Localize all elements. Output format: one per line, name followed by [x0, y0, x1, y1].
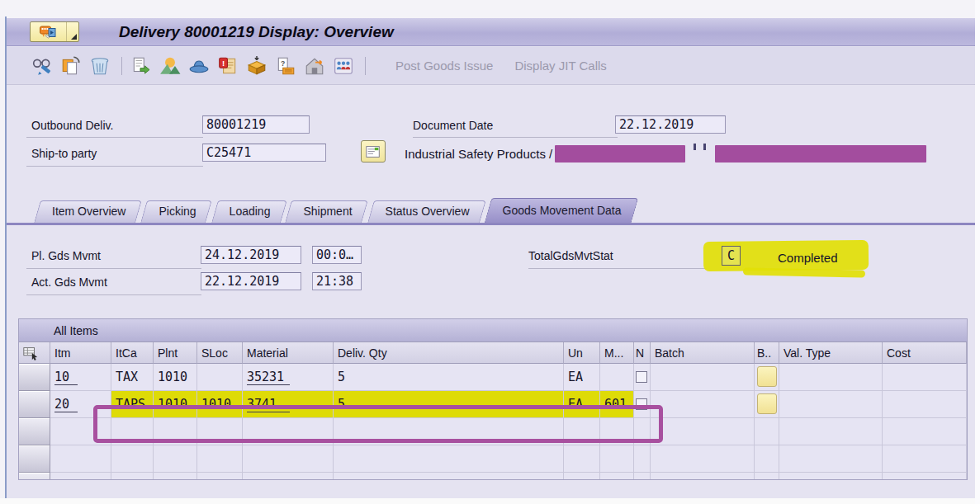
- col-header-n[interactable]: N: [634, 342, 651, 364]
- cell-itca[interactable]: TAX: [111, 364, 154, 391]
- col-header-sloc[interactable]: SLoc: [197, 342, 243, 364]
- tab-item-overview[interactable]: Item Overview: [37, 200, 139, 223]
- cell-material[interactable]: 3741: [243, 391, 334, 418]
- document-flow-icon[interactable]: ?: [275, 55, 296, 77]
- cell-plnt[interactable]: 1010: [154, 391, 197, 418]
- col-header-cost[interactable]: Cost: [883, 342, 967, 364]
- col-header-val-type[interactable]: Val. Type: [779, 342, 883, 364]
- batch-split-button[interactable]: [757, 366, 777, 387]
- row-selector-button[interactable]: [19, 418, 50, 445]
- col-header-itm[interactable]: Itm: [50, 342, 111, 364]
- cell-plnt[interactable]: 1010: [154, 364, 197, 391]
- field-separator: [26, 166, 203, 167]
- partners-icon[interactable]: [333, 55, 354, 77]
- text-note-icon: [365, 144, 381, 159]
- table-row-item-10: 10 TAX 1010 35231 5 EA: [19, 364, 967, 391]
- planned-date-field[interactable]: 24.12.2019: [201, 246, 301, 264]
- packing-icon[interactable]: [246, 55, 267, 77]
- tabstrip: Item Overview Picking Loading Shipment S…: [7, 196, 975, 225]
- window-right-strip: [975, 0, 980, 504]
- row-selector-button[interactable]: [19, 473, 50, 480]
- subsequent-functions-icon[interactable]: [130, 55, 152, 77]
- planned-time-field[interactable]: 00:0…: [312, 246, 362, 264]
- svg-text:?: ?: [281, 59, 285, 68]
- cell-val-type[interactable]: [779, 364, 883, 391]
- cell-b: [755, 391, 779, 418]
- row-selector-button[interactable]: [19, 364, 50, 391]
- cell-un[interactable]: EA: [564, 391, 600, 418]
- row-selector-button[interactable]: [19, 391, 50, 418]
- cell-mvt[interactable]: 601: [600, 391, 634, 418]
- all-items-table: All Items Itm ItCa Plnt SLoc Material De…: [18, 318, 968, 480]
- page-title: Delivery 80001219 Display: Overview: [119, 23, 394, 41]
- cell-material[interactable]: 35231: [243, 364, 334, 391]
- col-header-mvt[interactable]: M...: [600, 342, 634, 364]
- incompletion-log-icon[interactable]: !: [217, 55, 239, 77]
- cell-itm[interactable]: 10: [50, 364, 111, 391]
- cell-cost[interactable]: [883, 364, 967, 391]
- table-row-item-20: 20 TAPS 1010 1010 3741 5 EA 601: [19, 391, 967, 418]
- outbound-delivery-label: Outbound Deliv.: [31, 119, 113, 132]
- display-change-icon[interactable]: [31, 55, 53, 77]
- redaction-remnant: [694, 144, 696, 150]
- checkbox[interactable]: [636, 398, 647, 410]
- cell-itm[interactable]: 20: [50, 391, 111, 418]
- tab-status-overview[interactable]: Status Overview: [371, 200, 483, 223]
- svg-text:!: !: [222, 59, 225, 68]
- col-header-un[interactable]: Un: [564, 342, 600, 364]
- ship-to-party-field[interactable]: C25471: [202, 144, 326, 162]
- table-title-bar: All Items: [19, 319, 967, 342]
- batch-split-button[interactable]: [757, 393, 777, 414]
- tab-loading[interactable]: Loading: [215, 200, 284, 223]
- cell-n: [634, 391, 651, 418]
- col-header-b[interactable]: B..: [755, 342, 779, 364]
- col-header-plnt[interactable]: Plnt: [154, 342, 197, 364]
- display-jit-calls-button[interactable]: Display JIT Calls: [514, 59, 606, 73]
- app-toolbar: ! ?: [7, 47, 975, 85]
- cell-batch[interactable]: [651, 364, 755, 391]
- window-top-strip: [0, 0, 980, 18]
- delete-icon[interactable]: [89, 55, 111, 77]
- col-header-deliv-qty[interactable]: Deliv. Qty: [334, 342, 564, 364]
- select-all-button[interactable]: [19, 342, 50, 364]
- cell-val-type[interactable]: [779, 391, 883, 418]
- col-header-material[interactable]: Material: [243, 342, 334, 364]
- status-code-field[interactable]: C: [722, 246, 741, 266]
- outbound-delivery-field[interactable]: 80001219: [202, 115, 310, 134]
- cell-batch[interactable]: [651, 391, 755, 418]
- tab-picking[interactable]: Picking: [144, 200, 209, 223]
- table-row-empty: [19, 418, 967, 445]
- document-date-field[interactable]: 22.12.2019: [615, 115, 726, 134]
- toolbar-separator: [365, 57, 366, 75]
- cell-un[interactable]: EA: [564, 364, 600, 391]
- col-header-batch[interactable]: Batch: [651, 342, 755, 364]
- cell-mvt[interactable]: [600, 364, 634, 391]
- texts-button[interactable]: [361, 140, 386, 163]
- checkbox[interactable]: [636, 371, 647, 383]
- field-separator: [26, 268, 201, 269]
- cell-sloc[interactable]: [197, 364, 243, 391]
- tab-goods-movement-data[interactable]: Goods Movement Data: [488, 198, 635, 223]
- row-selector-button[interactable]: [19, 445, 50, 473]
- post-goods-issue-button[interactable]: Post Goods Issue: [395, 59, 493, 73]
- warehouse-icon[interactable]: [304, 55, 325, 77]
- ship-to-name: Industrial Safety Products /: [405, 147, 552, 161]
- field-separator: [26, 294, 201, 295]
- scenery-icon[interactable]: [159, 55, 181, 77]
- table-header-row: Itm ItCa Plnt SLoc Material Deliv. Qty U…: [19, 342, 967, 364]
- dropdown-caret-icon[interactable]: [67, 22, 78, 41]
- cell-cost[interactable]: [883, 391, 967, 418]
- planned-goods-movement-label: Pl. Gds Mvmt: [31, 249, 101, 262]
- picking-hat-icon[interactable]: [188, 55, 210, 77]
- gui-services-button[interactable]: [30, 21, 79, 42]
- cell-itca[interactable]: TAPS: [111, 391, 154, 418]
- cell-deliv-qty[interactable]: 5: [334, 364, 564, 391]
- copy-delivery-icon[interactable]: [60, 55, 82, 77]
- actual-time-field[interactable]: 21:38: [312, 272, 362, 290]
- total-gds-mvt-stat-label: TotalGdsMvtStat: [528, 249, 613, 262]
- tab-shipment[interactable]: Shipment: [288, 200, 365, 223]
- cell-sloc[interactable]: 1010: [197, 391, 243, 418]
- cell-deliv-qty[interactable]: 5: [334, 391, 564, 418]
- actual-date-field[interactable]: 22.12.2019: [201, 272, 301, 290]
- col-header-itca[interactable]: ItCa: [111, 342, 154, 364]
